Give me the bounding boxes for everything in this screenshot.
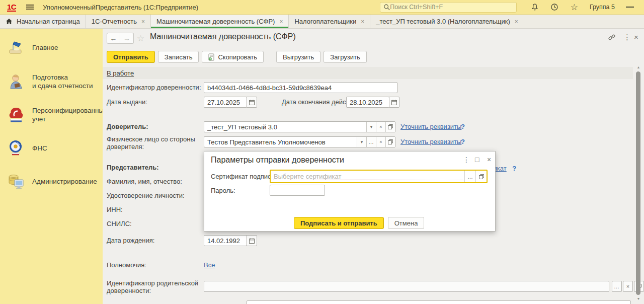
sign-and-send-button[interactable]: Подписать и отправить [294, 217, 384, 229]
principal-person-combo[interactable]: ▾ … × [204, 136, 395, 147]
collapse-menu-icon[interactable] [626, 3, 634, 12]
dialog-maximize-icon[interactable]: □ [475, 156, 479, 164]
status-strip: В работе [103, 67, 633, 79]
tab-close-icon[interactable]: × [279, 18, 283, 25]
accountant-person-icon [7, 72, 25, 91]
snils-label: СНИЛС: [107, 220, 202, 227]
expiry-date-input[interactable] [346, 97, 389, 108]
powers-all-link[interactable]: Все [204, 261, 215, 269]
dropdown-icon[interactable]: ▾ [357, 137, 366, 147]
dialog-close-icon[interactable]: × [487, 156, 491, 164]
principal-person-refine-link[interactable]: Уточнить реквизиты [400, 138, 461, 145]
certificate-input[interactable] [271, 171, 464, 182]
send-button[interactable]: Отправить [107, 51, 155, 63]
password-input[interactable] [270, 185, 325, 196]
group-label: Группа 5 [590, 4, 615, 11]
history-icon[interactable] [550, 3, 559, 12]
copy-button[interactable]: Скопировать [202, 51, 264, 63]
tab-label: 1С-Отчетность [92, 18, 137, 25]
search-input[interactable] [390, 4, 513, 11]
sidebar-item-label: Администрирование [32, 177, 97, 186]
issue-date-input[interactable] [204, 97, 247, 108]
global-search[interactable] [380, 2, 517, 13]
parent-id-clear-icon[interactable]: × [623, 281, 633, 292]
parent-id-label: Идентификатор родительской доверенности: [107, 279, 202, 294]
status-link[interactable]: В работе [107, 69, 134, 77]
app-title: УполномоченныйПредставитель (1С:Предприя… [43, 4, 198, 11]
close-form-icon[interactable]: × [634, 33, 638, 41]
poa-id-input[interactable] [204, 82, 397, 93]
notifications-bell-icon[interactable] [531, 3, 539, 12]
sidebar-item-main[interactable]: Главное [0, 33, 103, 62]
birth-date-input[interactable] [204, 235, 247, 246]
certificate-choose-icon[interactable]: … [464, 171, 475, 182]
full-name-label: Фамилия, имя, отчество: [107, 178, 202, 185]
send-parameters-dialog: Параметры отправки доверенности ⋮ □ × Се… [204, 151, 496, 232]
principal-refine-link[interactable]: Уточнить реквизиты [400, 123, 461, 130]
certificate-field-group[interactable]: … [270, 170, 488, 183]
birth-date-calendar-icon[interactable] [247, 235, 257, 246]
expiry-date-calendar-icon[interactable] [389, 97, 399, 108]
nav-back-button[interactable]: ← [107, 33, 120, 44]
sidebar-item-fns[interactable]: ФНС [0, 133, 103, 163]
cancel-button[interactable]: Отмена [388, 217, 425, 229]
tab-close-icon[interactable]: × [515, 18, 518, 25]
principal-person-input[interactable] [204, 137, 357, 147]
certificate-open-icon[interactable] [475, 171, 487, 182]
sidebar-item-personified[interactable]: Персонифицированный учет [0, 100, 103, 129]
principal-person-label: Физическое лицо со стороны доверителя: [107, 135, 202, 150]
tab-mchd-sfr[interactable]: Машиночитаемая доверенность (СФР) × [151, 15, 289, 28]
favorites-star-icon[interactable]: ☆ [570, 3, 579, 12]
copy-document-icon [208, 53, 215, 61]
birth-date-label: Дата рождения: [107, 237, 202, 244]
import-button[interactable]: Загрузить [324, 51, 366, 63]
main-menu-icon[interactable] [26, 4, 34, 11]
get-link-icon[interactable] [608, 33, 616, 43]
save-button[interactable]: Записать [158, 51, 199, 63]
powers-label: Полномочия: [107, 261, 202, 269]
scroll-down-icon[interactable]: ▼ [636, 297, 641, 300]
tab-taxpayers[interactable]: Налогоплательщики × [289, 15, 370, 28]
certificate-help-icon[interactable]: ? [512, 165, 516, 172]
nav-forward-button[interactable]: → [120, 33, 134, 44]
desk-lamp-icon [7, 38, 25, 56]
parent-id-choose-icon[interactable]: … [612, 281, 622, 292]
favorite-star-icon[interactable]: ☆ [137, 33, 144, 44]
scroll-up-icon[interactable]: ▲ [636, 65, 641, 69]
tab-bar: Начальная страница 1С-Отчетность × Машин… [0, 15, 644, 29]
export-button[interactable]: Выгрузить [276, 51, 320, 63]
sidebar-item-reporting[interactable]: Подготовка и сдача отчетности [0, 67, 103, 96]
tab-label: _тест_УП тестовый 3.0 (Налогоплательщик) [376, 18, 510, 25]
pfr-emblem-icon [7, 106, 25, 124]
principal-help-icon[interactable]: ? [461, 123, 465, 130]
tab-close-icon[interactable]: × [361, 18, 364, 25]
home-icon [6, 18, 13, 25]
scrollbar-thumb[interactable] [636, 71, 640, 295]
tab-label: Начальная страница [17, 18, 80, 25]
parent-id-input[interactable] [204, 281, 609, 292]
sidebar-item-administration[interactable]: Администрирование [0, 167, 103, 196]
search-icon [383, 4, 390, 11]
more-actions-icon[interactable]: ⋮ [623, 33, 631, 41]
vertical-scrollbar[interactable]: ▲ ▼ [635, 65, 642, 302]
tab-test-up[interactable]: _тест_УП тестовый 3.0 (Налогоплательщик)… [370, 15, 524, 28]
principal-label: Доверитель: [107, 123, 202, 130]
dropdown-icon[interactable]: ▾ [366, 122, 376, 132]
clear-icon[interactable]: × [376, 122, 385, 132]
dialog-more-icon[interactable]: ⋮ [463, 156, 470, 164]
open-icon[interactable] [385, 122, 395, 132]
sidebar-item-label: Персонифицированный учет [32, 106, 108, 123]
open-icon[interactable] [385, 137, 395, 147]
issue-date-calendar-icon[interactable] [247, 97, 257, 108]
tab-close-icon[interactable]: × [141, 18, 145, 25]
tab-home[interactable]: Начальная страница [0, 15, 86, 28]
poa-id-label: Идентификатор доверенности: [107, 84, 202, 91]
choose-icon[interactable]: … [366, 137, 376, 147]
tab-1c-reporting[interactable]: 1С-Отчетность × [86, 15, 151, 28]
clear-icon[interactable]: × [376, 137, 385, 147]
principal-input[interactable] [204, 122, 366, 132]
fns-emblem-icon [7, 139, 25, 157]
principal-person-help-icon[interactable]: ? [461, 138, 465, 145]
principal-combo[interactable]: ▾ × [204, 121, 395, 132]
title-bar: 1С УполномоченныйПредставитель (1С:Предп… [0, 0, 644, 15]
